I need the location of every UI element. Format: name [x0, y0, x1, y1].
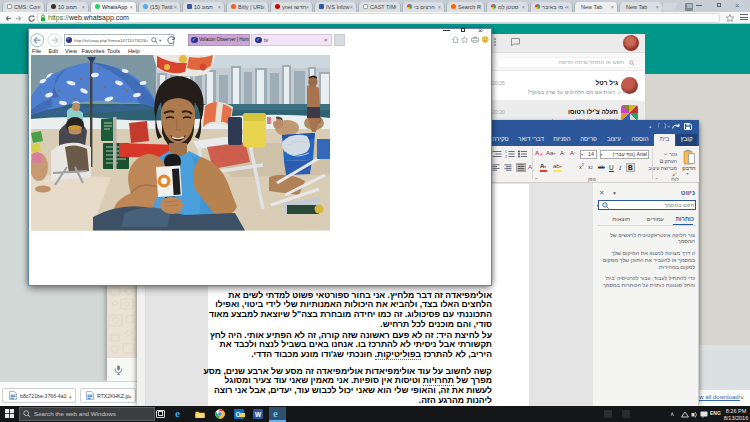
svg-text:1: 1 [505, 150, 507, 154]
svg-text:2: 2 [505, 155, 507, 159]
